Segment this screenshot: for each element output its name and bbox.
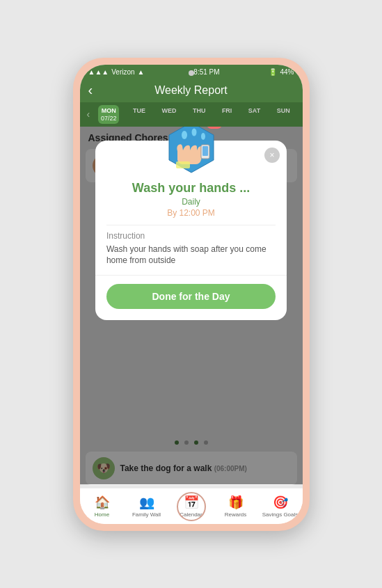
nav-item-rewards[interactable]: 🎁 Rewards	[214, 495, 258, 518]
modal-task-title: Wash your hands ...	[95, 181, 287, 196]
home-icon: 🏠	[95, 495, 110, 510]
svg-point-1	[182, 131, 187, 139]
modal-close-button[interactable]: ×	[264, 148, 280, 163]
calendar-day-sun[interactable]: SUN	[274, 105, 293, 124]
nav-label-rewards: Rewards	[225, 511, 247, 518]
phone-speaker	[189, 70, 194, 76]
task-icon: 10	[164, 127, 219, 175]
signal-icon: ▲▲▲	[88, 68, 109, 76]
header-title: Weekly Report	[154, 84, 228, 97]
modal-icon-wrap: 10	[95, 127, 287, 175]
nav-item-savings[interactable]: 🎯 Savings Goals	[258, 495, 303, 518]
battery-icon: 🔋	[269, 68, 277, 76]
rewards-icon: 🎁	[228, 495, 244, 510]
calendar-day-thu[interactable]: THU	[190, 105, 209, 124]
svg-rect-4	[176, 161, 190, 168]
svg-point-2	[191, 128, 196, 136]
nav-label-family: Family Wall	[132, 511, 161, 518]
modal-instruction-label: Instruction	[95, 231, 287, 241]
app-header: ‹ Weekly Report	[80, 80, 303, 102]
nav-label-home: Home	[95, 511, 109, 518]
modal-instruction-text: Wash your hands with soap after you come…	[95, 244, 287, 276]
home-button[interactable]	[177, 492, 206, 521]
day-name-mon: MON	[102, 107, 116, 114]
modal-due: By 12:00 PM	[95, 208, 287, 218]
status-battery: 🔋 44%	[269, 68, 294, 76]
status-time: 8:51 PM	[193, 68, 219, 76]
phone-frame: ▲▲▲ Verizon ▲ 8:51 PM 🔋 44% ‹ Weekly Rep…	[73, 58, 310, 531]
family-icon: 👥	[139, 495, 154, 510]
status-carrier: ▲▲▲ Verizon ▲	[88, 68, 145, 76]
task-modal: 10 × Wash your hands ... Daily By 12:00 …	[95, 141, 287, 321]
calendar-day-tue[interactable]: TUE	[130, 105, 148, 124]
day-date-mon: 07/22	[101, 115, 117, 122]
svg-rect-6	[202, 146, 208, 156]
weekly-calendar: ‹ MON 07/22 TUE WED THU FRI	[80, 102, 303, 127]
calendar-day-wed[interactable]: WED	[159, 105, 179, 124]
back-button[interactable]: ‹	[88, 82, 93, 98]
calendar-days: MON 07/22 TUE WED THU FRI SAT	[93, 105, 298, 124]
svg-point-3	[201, 133, 205, 140]
wifi-icon: ▲	[138, 68, 145, 76]
done-for-day-button[interactable]: Done for the Day	[106, 284, 276, 309]
calendar-day-sat[interactable]: SAT	[246, 105, 263, 124]
calendar-day-fri[interactable]: FRI	[219, 105, 235, 124]
main-content: Assigned Chores 🧑 Yard work (04:00PM) Gr…	[80, 127, 303, 484]
savings-icon: 🎯	[273, 495, 288, 510]
nav-label-savings: Savings Goals	[262, 511, 299, 518]
modal-overlay[interactable]: 10 × Wash your hands ... Daily By 12:00 …	[80, 127, 303, 484]
modal-divider	[106, 225, 276, 225]
modal-frequency: Daily	[95, 197, 287, 207]
nav-item-family[interactable]: 👥 Family Wall	[125, 495, 169, 518]
calendar-prev-arrow[interactable]: ‹	[84, 109, 93, 120]
calendar-day-mon[interactable]: MON 07/22	[98, 105, 120, 124]
notification-badge: 10	[207, 127, 221, 129]
nav-item-home[interactable]: 🏠 Home	[80, 495, 125, 518]
phone-screen: ▲▲▲ Verizon ▲ 8:51 PM 🔋 44% ‹ Weekly Rep…	[80, 65, 303, 524]
